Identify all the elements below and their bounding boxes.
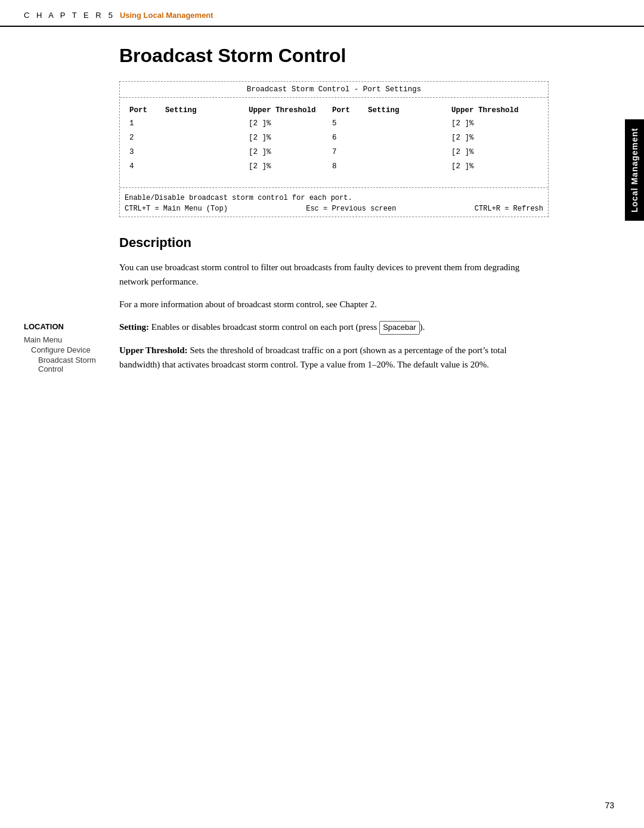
side-tab: Local Management (625, 119, 644, 221)
terminal-table: Port Setting Upper Threshold Port Settin… (120, 98, 548, 187)
chapter-number: 5 (109, 11, 115, 20)
footer-ctrl-t: CTRL+T = Main Menu (Top) (125, 205, 228, 213)
setting-end: ). (420, 322, 425, 332)
setting-text: Enables or disables broadcast storm cont… (149, 322, 377, 332)
upper-right: [2 ]% (451, 148, 535, 156)
col-port2: Port (332, 106, 368, 115)
upper-right: [2 ]% (451, 119, 535, 128)
location-main-menu: Main Menu (24, 335, 110, 345)
footer-esc: Esc = Previous screen (306, 205, 396, 213)
footer-ctrl-r: CTRL+R = Refresh (475, 205, 543, 213)
port-left: 2 (129, 134, 165, 142)
description-para1: You can use broadcast storm control to f… (119, 260, 549, 289)
col-setting1: Setting (165, 106, 249, 115)
port-right: 7 (332, 148, 368, 156)
upper-threshold-paragraph: Upper Threshold: Sets the threshold of b… (119, 343, 549, 372)
location-label: LOCATION (24, 322, 110, 331)
page-number: 73 (605, 801, 614, 810)
upper-left: [2 ]% (249, 134, 332, 142)
col-port1: Port (129, 106, 165, 115)
table-row: 3 [2 ]% 7 [2 ]% (129, 148, 538, 156)
terminal-header: Broadcast Storm Control - Port Settings (120, 82, 548, 98)
upper-left: [2 ]% (249, 162, 332, 171)
upper-left: [2 ]% (249, 119, 332, 128)
terminal-data-rows: 1 [2 ]% 5 [2 ]% 2 [2 ]% 6 [2 ]% 3 [2 ]% … (129, 117, 538, 183)
chapter-title: Using Local Management (120, 11, 213, 20)
port-right: 6 (332, 134, 368, 142)
footer-controls: CTRL+T = Main Menu (Top) Esc = Previous … (125, 203, 543, 214)
page-header: C H A P T E R 5 Using Local Management (0, 0, 644, 27)
upper-left: [2 ]% (249, 148, 332, 156)
port-left: 4 (129, 162, 165, 171)
location-broadcast-storm: Broadcast Storm Control (24, 355, 110, 374)
description-para2: For a more information about of broadcas… (119, 297, 549, 311)
port-left: 3 (129, 148, 165, 156)
terminal-screen: Broadcast Storm Control - Port Settings … (119, 81, 549, 217)
setting-label: Setting: (119, 322, 149, 332)
spacebar-key: Spacebar (379, 321, 420, 335)
table-row: 1 [2 ]% 5 [2 ]% (129, 119, 538, 128)
location-sidebar: LOCATION Main Menu Configure Device Broa… (24, 322, 110, 374)
column-headers: Port Setting Upper Threshold Port Settin… (129, 103, 538, 117)
table-row: 2 [2 ]% 6 [2 ]% (129, 134, 538, 142)
setting-paragraph: Setting: Enables or disables broadcast s… (119, 320, 549, 335)
chapter-prefix: C H A P T E R (24, 11, 104, 20)
terminal-footer: Enable/Disable broadcast storm control f… (120, 187, 548, 217)
table-row: 4 [2 ]% 8 [2 ]% (129, 162, 538, 171)
footer-help: Enable/Disable broadcast storm control f… (125, 191, 543, 203)
page-title: Broadcast Storm Control (119, 45, 549, 67)
col-upper1: Upper Threshold (249, 106, 332, 115)
col-upper2: Upper Threshold (451, 106, 535, 115)
port-right: 5 (332, 119, 368, 128)
upper-right: [2 ]% (451, 162, 535, 171)
port-right: 8 (332, 162, 368, 171)
description-title: Description (119, 235, 549, 251)
port-left: 1 (129, 119, 165, 128)
col-setting2: Setting (368, 106, 451, 115)
upper-threshold-label: Upper Threshold: (119, 345, 188, 355)
upper-right: [2 ]% (451, 134, 535, 142)
location-configure-device: Configure Device (24, 345, 110, 355)
